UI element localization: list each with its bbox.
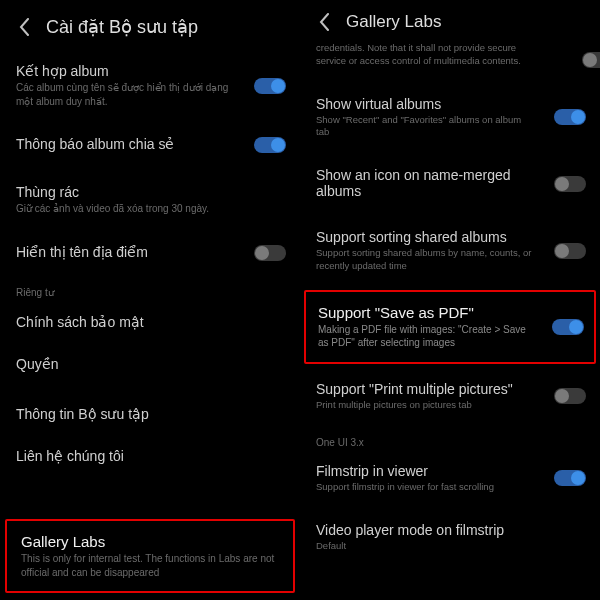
setting-title: Thông tin Bộ sưu tập (16, 406, 284, 422)
setting-title: Support "Save as PDF" (318, 304, 582, 321)
highlight-save-pdf: Support "Save as PDF" Making a PDF file … (304, 290, 596, 364)
setting-subtitle: Default (316, 540, 536, 553)
setting-privacy-policy[interactable]: Chính sách bảo mật (0, 302, 300, 344)
toggle-virtual-albums[interactable] (554, 109, 586, 125)
setting-subtitle: Giữ các ảnh và video đã xóa trong 30 ngà… (16, 202, 236, 216)
setting-permissions[interactable]: Quyền (0, 344, 300, 386)
page-title: Gallery Labs (346, 12, 441, 32)
setting-gallery-labs[interactable]: Gallery Labs This is only for internal t… (7, 521, 293, 591)
toggle-shared-notify[interactable] (254, 137, 286, 153)
section-label-oneui: One UI 3.x (300, 423, 600, 452)
setting-subtitle: Making a PDF file with images: "Create >… (318, 323, 528, 350)
setting-title: Thùng rác (16, 184, 284, 200)
setting-title: Gallery Labs (21, 533, 279, 550)
setting-contact[interactable]: Liên hệ chúng tôi (0, 436, 300, 478)
setting-save-pdf[interactable]: Support "Save as PDF" Making a PDF file … (306, 292, 594, 362)
setting-title: Hiển thị tên địa điểm (16, 244, 284, 260)
setting-subtitle: This is only for internal test. The func… (21, 552, 279, 579)
header-right: Gallery Labs (300, 0, 600, 42)
toggle-filmstrip[interactable] (554, 470, 586, 486)
setting-merge-album[interactable]: Kết hợp album Các album cùng tên sẽ được… (0, 52, 300, 119)
toggle-merge-album[interactable] (254, 78, 286, 94)
setting-subtitle: credentials. Note that it shall not prov… (316, 42, 526, 68)
setting-subtitle: Print multiple pictures on pictures tab (316, 399, 536, 412)
setting-about[interactable]: Thông tin Bộ sưu tập (0, 394, 300, 436)
setting-virtual-albums[interactable]: Show virtual albums Show "Recent" and "F… (300, 85, 600, 151)
setting-title: Kết hợp album (16, 63, 284, 79)
setting-trash[interactable]: Thùng rác Giữ các ảnh và video đã xóa tr… (0, 173, 300, 227)
setting-subtitle: Support sorting shared albums by name, c… (316, 247, 536, 273)
back-icon[interactable] (314, 12, 334, 32)
setting-print-multiple[interactable]: Support "Print multiple pictures" Print … (300, 370, 600, 423)
setting-subtitle: Support filmstrip in viewer for fast scr… (316, 481, 536, 494)
toggle-save-pdf[interactable] (552, 319, 584, 335)
toggle-print-multiple[interactable] (554, 388, 586, 404)
setting-title: Chính sách bảo mật (16, 314, 284, 330)
setting-title: Video player mode on filmstrip (316, 522, 584, 538)
setting-credentials-partial[interactable]: credentials. Note that it shall not prov… (300, 42, 600, 79)
setting-title: Support "Print multiple pictures" (316, 381, 584, 397)
toggle-icon-merged[interactable] (554, 176, 586, 192)
setting-filmstrip[interactable]: Filmstrip in viewer Support filmstrip in… (300, 452, 600, 505)
setting-subtitle: Show "Recent" and "Favorites" albums on … (316, 114, 536, 140)
setting-subtitle: Các album cùng tên sẽ được hiển thị dưới… (16, 81, 236, 108)
setting-title: Quyền (16, 356, 284, 372)
toggle-location-names[interactable] (254, 245, 286, 261)
back-icon[interactable] (14, 17, 34, 37)
setting-title: Show an icon on name-merged albums (316, 167, 536, 199)
setting-video-filmstrip[interactable]: Video player mode on filmstrip Default (300, 511, 600, 564)
section-label-privacy: Riêng tư (0, 273, 300, 302)
setting-title: Show virtual albums (316, 96, 584, 112)
toggle-sort-shared[interactable] (554, 243, 586, 259)
setting-title: Filmstrip in viewer (316, 463, 584, 479)
page-title: Cài đặt Bộ sưu tập (46, 16, 198, 38)
setting-title: Thông báo album chia sẻ (16, 136, 284, 152)
setting-title: Support sorting shared albums (316, 229, 584, 245)
setting-title: Liên hệ chúng tôi (16, 448, 284, 464)
setting-sort-shared[interactable]: Support sorting shared albums Support so… (300, 218, 600, 284)
highlight-gallery-labs: Gallery Labs This is only for internal t… (5, 519, 295, 593)
header-left: Cài đặt Bộ sưu tập (0, 0, 300, 52)
setting-shared-notify[interactable]: Thông báo album chia sẻ (0, 125, 300, 165)
setting-location-names[interactable]: Hiển thị tên địa điểm (0, 233, 300, 273)
setting-icon-merged[interactable]: Show an icon on name-merged albums (300, 156, 600, 212)
toggle-credentials[interactable] (582, 52, 600, 68)
